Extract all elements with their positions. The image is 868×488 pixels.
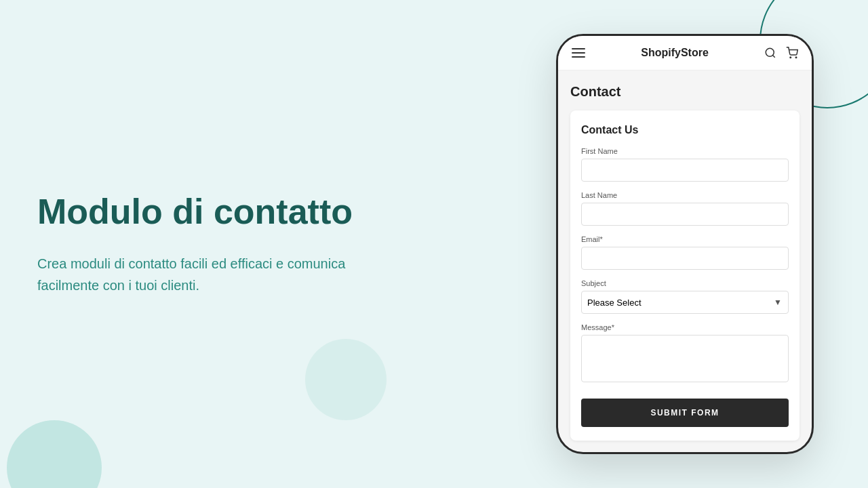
svg-line-1 <box>772 55 774 57</box>
cart-icon <box>786 47 798 59</box>
subtitle-text: Crea moduli di contatto facili ed effica… <box>37 253 363 296</box>
hamburger-menu-icon[interactable] <box>572 48 585 58</box>
subject-select-wrapper: Please Select General Inquiry Support Fe… <box>581 291 789 314</box>
last-name-group: Last Name <box>581 191 789 226</box>
first-name-label: First Name <box>581 147 789 155</box>
subject-label: Subject <box>581 279 789 287</box>
left-content-area: Modulo di contatto Crea moduli di contat… <box>37 192 363 296</box>
phone-mockup: ShopifyStore Contact Contact Us <box>556 34 814 454</box>
svg-point-0 <box>766 48 774 56</box>
decorative-circle-bottom-left <box>7 420 102 488</box>
first-name-group: First Name <box>581 147 789 182</box>
email-input[interactable] <box>581 247 789 270</box>
email-label: Email* <box>581 235 789 243</box>
subject-select[interactable]: Please Select General Inquiry Support Fe… <box>581 291 789 314</box>
submit-button[interactable]: SUBMIT FORM <box>581 399 789 427</box>
main-heading: Modulo di contatto <box>37 192 363 232</box>
search-button[interactable] <box>764 47 776 59</box>
message-group: Message* <box>581 323 789 385</box>
page-title: Contact <box>570 84 800 100</box>
decorative-blob-left <box>305 339 387 420</box>
message-label: Message* <box>581 323 789 331</box>
email-group: Email* <box>581 235 789 270</box>
header-icons <box>764 47 798 59</box>
svg-point-3 <box>795 57 797 58</box>
subject-group: Subject Please Select General Inquiry Su… <box>581 279 789 314</box>
form-title: Contact Us <box>581 124 789 136</box>
contact-form-card: Contact Us First Name Last Name Email* S… <box>570 110 800 441</box>
search-icon <box>764 47 776 59</box>
first-name-input[interactable] <box>581 159 789 182</box>
phone-header: ShopifyStore <box>558 36 812 70</box>
last-name-input[interactable] <box>581 203 789 226</box>
store-name: ShopifyStore <box>641 47 709 59</box>
svg-point-2 <box>790 57 791 58</box>
message-textarea[interactable] <box>581 335 789 382</box>
last-name-label: Last Name <box>581 191 789 199</box>
cart-button[interactable] <box>786 47 798 59</box>
phone-content: Contact Contact Us First Name Last Name … <box>558 70 812 446</box>
